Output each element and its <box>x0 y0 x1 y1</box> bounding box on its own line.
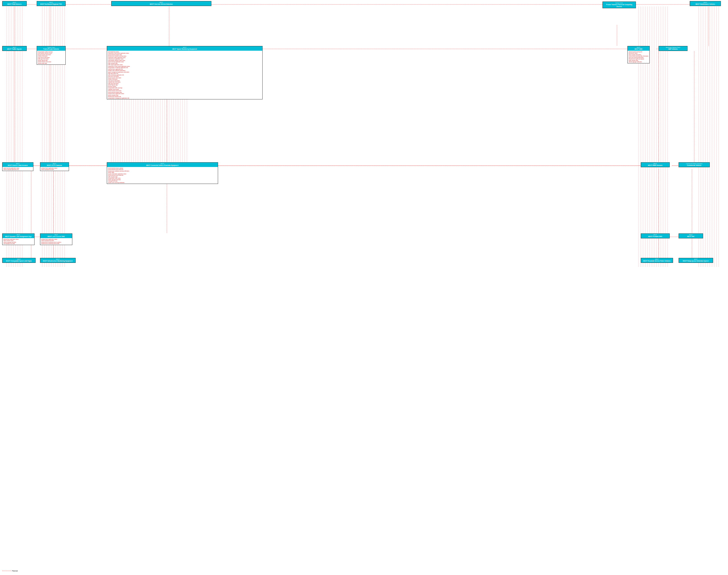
node-field-sensors-header: MDOT MDOT Field Sensors <box>2 1 27 6</box>
node-connected-vehicle: MDOT MDOT Connected Vehicle Roadside Equ… <box>107 162 218 184</box>
node-changeable-speed-header: MDOT MDOT Changeable Speed Limit Signs <box>2 258 35 263</box>
node-dynamic-lane: MDOT MDOT Dynamic Lane Assignment Sign p… <box>2 234 34 245</box>
node-cctv-body: archived items application status vehicl… <box>40 167 69 171</box>
node-dms-body: reduced speed warning info intersection … <box>628 51 650 63</box>
node-oversize-detection: MDOT MDOT Oversize Vehicle Detection <box>111 1 211 6</box>
legend-planned-line <box>2 571 11 571</box>
node-public-private-header: System Users Public/Private Vehicles <box>37 46 65 51</box>
node-lane-control-body: archived items application status vehicl… <box>40 238 72 245</box>
node-speed-monitoring-header: MDOT MDOT Speed Monitoring Equipment <box>107 46 262 51</box>
node-lane-control: MDOT MDOT Lane Control DMS archived item… <box>40 234 72 245</box>
node-maintenance-vehicles-header: MDOT MDOT Maintenance Vehicles <box>690 1 721 6</box>
node-speed-monitoring-body: automated lane status cooperative route … <box>107 51 262 99</box>
node-ramp-queue-header: MDOT MDOT Ramp Queue Detection System <box>679 258 713 263</box>
node-cctv-header: MDOT MDOT CCTV Cameras <box>40 163 69 167</box>
node-speed-monitoring: MDOT MDOT Speed Monitoring Equipment aut… <box>107 46 262 99</box>
node-connected-vehicle-body: environmental sensors upkeep environment… <box>107 167 218 184</box>
node-oversize-detection-header: MDOT MDOT Oversize Vehicle Detection <box>112 1 211 6</box>
node-dynamic-lane-body: planned lane application status traffic … <box>2 238 34 245</box>
node-field-sensors: MDOT MDOT Field Sensors <box>2 1 27 6</box>
legend-planned-label: Planned <box>12 570 18 572</box>
legend-planned: Planned <box>2 570 18 572</box>
node-dms-header: MDOT MDOT DMS <box>628 46 650 51</box>
node-roadside-patrol-header: MDOT MDOT Roadside Service Patrol Vehicl… <box>641 258 673 263</box>
node-system-users-private: System Users Private Travelers Personal … <box>603 2 636 8</box>
node-traffic-signals: MDOT MDOT Traffic Signals <box>2 46 27 51</box>
node-portable-dms: MDOT MDOT Portable DMS <box>641 234 670 238</box>
node-changeable-speed: MDOT MDOT Changeable Speed Limit Signs <box>2 258 36 263</box>
node-maintenance-vehicles: MDOT MDOT Maintenance Vehicles <box>690 1 721 6</box>
node-system-users-private-header: System Users Private Travelers Personal … <box>603 2 636 8</box>
node-dms: MDOT MDOT DMS reduced speed warning info… <box>627 46 650 63</box>
diagram-container: MDOT MDOT Field Sensors MDOT MDOT Northw… <box>0 0 728 575</box>
node-rwis-header: MDOT MDOT RWIS Sensors <box>641 163 669 167</box>
node-nw-tmc-header: MDOT MDOT Northwest Regional TMC <box>37 1 65 6</box>
node-tmc: MDOT MDOTTMC <box>678 234 703 238</box>
node-district2-body: speed warning application value vehicle … <box>2 167 33 171</box>
node-roadside-patrol: MDOT MDOT Roadside Service Patrol Vehicl… <box>641 258 673 263</box>
node-commercial-vehicles-header: Commercial Vehicle Operators Commercial … <box>679 163 709 167</box>
node-traffic-signals-header: MDOT MDOT Traffic Signals <box>2 46 27 51</box>
node-district2-header: MDOT MDOT District 2 Maintenance <box>2 163 33 167</box>
node-dynamic-lane-header: MDOT MDOT Dynamic Lane Assignment Sign <box>2 234 34 238</box>
node-nw-tmc: MDOT MDOT Northwest Regional TMC <box>37 1 66 6</box>
node-cctv: MDOT MDOT CCTV Cameras archived items ap… <box>40 162 69 171</box>
node-district2: MDOT MDOT District 2 Maintenance speed w… <box>2 162 33 171</box>
node-rwis: MDOT MDOT RWIS Sensors <box>641 162 670 167</box>
node-connected-vehicle-header: MDOT MDOT Connected Vehicle Roadside Equ… <box>107 163 218 167</box>
node-portable-dms-header: MDOT MDOT Portable DMS <box>641 234 669 238</box>
node-infrastructure-monitoring: MDOT MDOT Infrastructure Monitoring Equi… <box>40 258 76 263</box>
node-public-private-body: transportation safety warnings road weat… <box>37 51 65 65</box>
node-tmc-header: MDOT MDOTTMC <box>679 234 703 238</box>
node-commercial-vehicles: Commercial Vehicle Operators Commercial … <box>678 162 710 167</box>
node-mhp-vehicles: Mississippi Highway Patrol MHP Vehicles <box>659 46 688 51</box>
node-ramp-queue: MDOT MDOT Ramp Queue Detection System <box>678 258 713 263</box>
node-public-private-vehicles: System Users Public/Private Vehicles tra… <box>37 46 66 65</box>
node-infrastructure-monitoring-header: MDOT MDOT Infrastructure Monitoring Equi… <box>40 258 75 263</box>
legend: Planned <box>2 570 18 572</box>
node-lane-control-header: MDOT MDOT Lane Control DMS <box>40 234 72 238</box>
node-mhp-header: Mississippi Highway Patrol MHP Vehicles <box>659 46 687 51</box>
